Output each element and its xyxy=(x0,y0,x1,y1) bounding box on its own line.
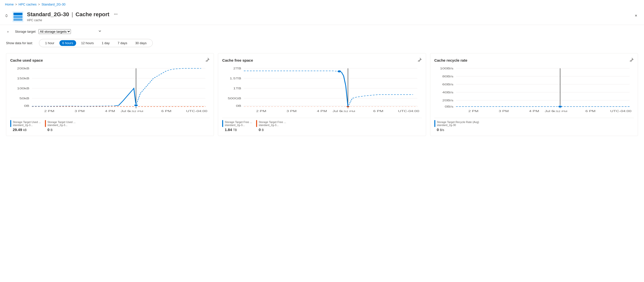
time-option-30days[interactable]: 30 days xyxy=(132,40,150,46)
svg-text:20B/s: 20B/s xyxy=(442,99,453,102)
page-title: Standard_2G-30 | Cache report ··· xyxy=(27,11,640,18)
chart-free-svg: 2TB 1.5TB 1TB 500GB 0B 2 PM 3 PM 4 PM Ju… xyxy=(222,66,422,116)
chart-recycle-svg: 100B/s 80B/s 60B/s 40B/s 20B/s 0B/s 2 PM… xyxy=(434,66,634,116)
time-filter-label: Show data for last: xyxy=(6,41,33,45)
pin-free-icon[interactable] xyxy=(417,58,422,63)
time-options-group: 1 hour 6 hours 12 hours 1 day 7 days 30 … xyxy=(39,39,153,47)
pin-recycle-icon[interactable] xyxy=(629,58,634,63)
legend-free-orange-name: Storage Target Free ... xyxy=(258,120,286,124)
chart-cache-recycle-rate: Cache recycle rate 100B/s 80B/s xyxy=(430,53,638,136)
svg-text:150kB: 150kB xyxy=(17,77,29,80)
svg-text:3 PM: 3 PM xyxy=(75,110,85,112)
collapse-button[interactable] xyxy=(3,12,10,19)
svg-text:4:52 PM: 4:52 PM xyxy=(129,110,143,113)
legend-free-blue-value: 1.84 TB xyxy=(225,128,252,132)
legend-free-blue-name: Storage Target Free ... xyxy=(225,120,252,124)
svg-text:1.5TB: 1.5TB xyxy=(230,77,241,80)
breadcrumb-hpc-caches[interactable]: HPC caches xyxy=(18,2,36,6)
svg-text:100kB: 100kB xyxy=(17,87,29,90)
resource-name: Standard_2G-30 xyxy=(27,11,69,18)
time-option-1hour[interactable]: 1 hour xyxy=(42,40,58,46)
legend-free-orange: Storage Target Free ... standard_2g-3...… xyxy=(256,120,286,132)
legend-free-blue-bar xyxy=(222,120,223,127)
time-filter: Show data for last: 1 hour 6 hours 12 ho… xyxy=(6,39,638,47)
legend-used-orange-header: Storage Target Used ... standard_2g-3... xyxy=(45,120,76,127)
breadcrumb-home[interactable]: Home xyxy=(5,2,14,6)
chart-cache-used-space: Cache used space 200kB 150kB 100kB xyxy=(6,53,214,136)
legend-used-blue: Storage Target Used ... standard_2g-3...… xyxy=(10,120,41,132)
legend-used-blue-value: 29.49 kB xyxy=(13,128,41,132)
svg-text:80B/s: 80B/s xyxy=(442,75,453,78)
svg-text:0B/s: 0B/s xyxy=(444,105,453,108)
close-button[interactable]: × xyxy=(632,12,640,20)
svg-text:6 PM: 6 PM xyxy=(374,110,384,112)
svg-text:UTC-04:00: UTC-04:00 xyxy=(186,110,208,112)
breadcrumb-sep-2: > xyxy=(38,2,40,6)
page-name: Cache report xyxy=(76,11,109,18)
legend-used-blue-bar xyxy=(10,120,11,127)
svg-text:4 PM: 4 PM xyxy=(105,110,115,112)
legend-used-blue-text: Storage Target Used ... standard_2g-3... xyxy=(13,120,41,126)
svg-text:0B: 0B xyxy=(236,104,242,107)
dropdown-chevron-icon xyxy=(98,30,101,34)
svg-text:2 PM: 2 PM xyxy=(256,110,266,112)
legend-recycle-blue-text: Storage Target Recycle Rate (Avg) standa… xyxy=(437,120,479,126)
svg-text:4:52 PM: 4:52 PM xyxy=(553,110,567,113)
chart-used-legend: Storage Target Used ... standard_2g-3...… xyxy=(10,118,210,132)
legend-free-orange-value: 0 B xyxy=(258,128,286,132)
legend-free-orange-bar xyxy=(256,120,257,127)
svg-text:4:52 PM: 4:52 PM xyxy=(341,110,355,113)
chart-recycle-area: 100B/s 80B/s 60B/s 40B/s 20B/s 0B/s 2 PM… xyxy=(434,66,634,116)
storage-target-select[interactable]: All storage targets xyxy=(38,29,71,34)
header-bar: Standard_2G-30 | Cache report ··· HPC ca… xyxy=(0,9,644,25)
legend-free-orange-text: Storage Target Free ... standard_2g-3... xyxy=(258,120,286,126)
charts-row: Cache used space 200kB 150kB 100kB xyxy=(6,53,638,136)
svg-text:100B/s: 100B/s xyxy=(440,67,453,70)
time-option-1day[interactable]: 1 day xyxy=(99,40,113,46)
svg-rect-1 xyxy=(14,13,22,15)
chart-free-legend: Storage Target Free ... standard_2g-3...… xyxy=(222,118,422,132)
svg-text:2 PM: 2 PM xyxy=(44,110,54,112)
svg-text:60B/s: 60B/s xyxy=(442,83,453,86)
svg-text:4 PM: 4 PM xyxy=(317,110,327,112)
chart-recycle-title-row: Cache recycle rate xyxy=(434,58,634,63)
svg-text:6 PM: 6 PM xyxy=(585,110,596,112)
chart-recycle-legend: Storage Target Recycle Rate (Avg) standa… xyxy=(434,118,634,132)
time-option-6hours[interactable]: 6 hours xyxy=(60,40,76,46)
legend-used-blue-header: Storage Target Used ... standard_2g-3... xyxy=(10,120,41,127)
storage-target-label: Storage target xyxy=(15,30,36,34)
svg-text:Jul 6: Jul 6 xyxy=(545,110,554,112)
svg-text:500GB: 500GB xyxy=(228,97,242,100)
filter-expand-button[interactable]: » xyxy=(6,29,11,34)
legend-recycle-blue-name: Storage Target Recycle Rate (Avg) xyxy=(437,120,479,124)
legend-used-blue-name: Storage Target Used ... xyxy=(13,120,41,124)
legend-free-blue: Storage Target Free ... standard_2g-3...… xyxy=(222,120,252,132)
svg-text:Jul 6: Jul 6 xyxy=(332,110,342,112)
legend-free-blue-subname: standard_2g-3... xyxy=(225,124,252,126)
legend-free-blue-header: Storage Target Free ... standard_2g-3... xyxy=(222,120,252,127)
svg-text:200kB: 200kB xyxy=(17,67,29,70)
legend-used-orange: Storage Target Used ... standard_2g-3...… xyxy=(45,120,76,132)
chart-used-title-row: Cache used space xyxy=(10,58,210,63)
breadcrumb: Home > HPC caches > Standard_2G-30 xyxy=(0,0,644,9)
svg-text:3 PM: 3 PM xyxy=(286,110,297,112)
chart-free-title-row: Cache free space xyxy=(222,58,422,63)
time-option-12hours[interactable]: 12 hours xyxy=(78,40,97,46)
legend-recycle-blue-bar xyxy=(434,120,435,127)
legend-recycle-blue-subname: standard_2g-30 xyxy=(437,124,479,126)
legend-free-blue-text: Storage Target Free ... standard_2g-3... xyxy=(225,120,252,126)
svg-text:UTC-04:00: UTC-04:00 xyxy=(398,110,419,112)
svg-text:4 PM: 4 PM xyxy=(529,110,539,112)
time-option-7days[interactable]: 7 days xyxy=(114,40,130,46)
more-options-button[interactable]: ··· xyxy=(112,11,120,18)
pin-used-icon[interactable] xyxy=(205,58,210,63)
storage-dropdown-wrapper: All storage targets xyxy=(38,29,103,34)
breadcrumb-sep-1: > xyxy=(15,2,17,6)
chart-used-area: 200kB 150kB 100kB 50kB 0B 2 PM 3 PM 4 PM… xyxy=(10,66,210,116)
svg-rect-3 xyxy=(14,19,22,21)
svg-text:2 PM: 2 PM xyxy=(468,110,478,112)
breadcrumb-standard[interactable]: Standard_2G-30 xyxy=(42,2,66,6)
legend-used-orange-subname: standard_2g-3... xyxy=(48,124,76,126)
svg-text:6 PM: 6 PM xyxy=(161,110,172,112)
legend-recycle-blue: Storage Target Recycle Rate (Avg) standa… xyxy=(434,120,479,132)
